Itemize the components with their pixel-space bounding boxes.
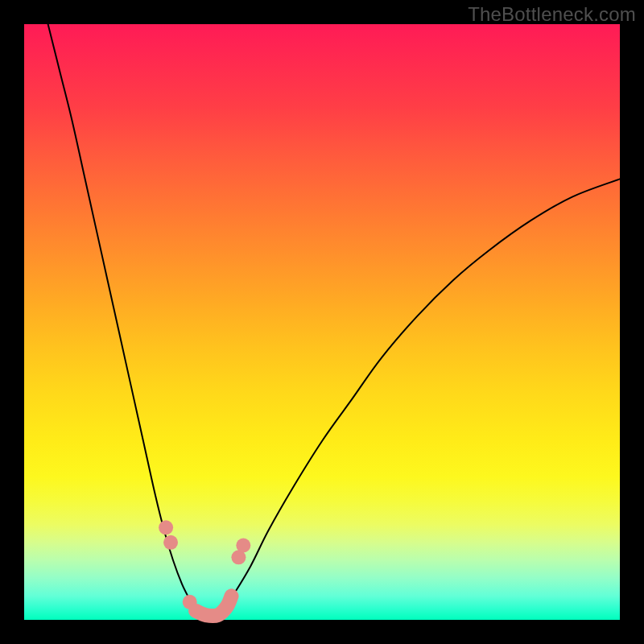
marker-left-upper-pair-1: [163, 535, 178, 550]
chart-frame: TheBottleneck.com: [0, 0, 644, 644]
bottleneck-curve: [48, 24, 620, 617]
marker-right-upper-pair-1: [236, 539, 250, 553]
curve-svg: [24, 24, 620, 620]
marker-valley-worm: [196, 596, 231, 616]
marker-layer: [159, 520, 250, 616]
curve-layer: [48, 24, 620, 617]
plot-area: [24, 24, 620, 620]
watermark-text: TheBottleneck.com: [468, 3, 636, 26]
marker-left-upper-pair-0: [159, 520, 173, 535]
